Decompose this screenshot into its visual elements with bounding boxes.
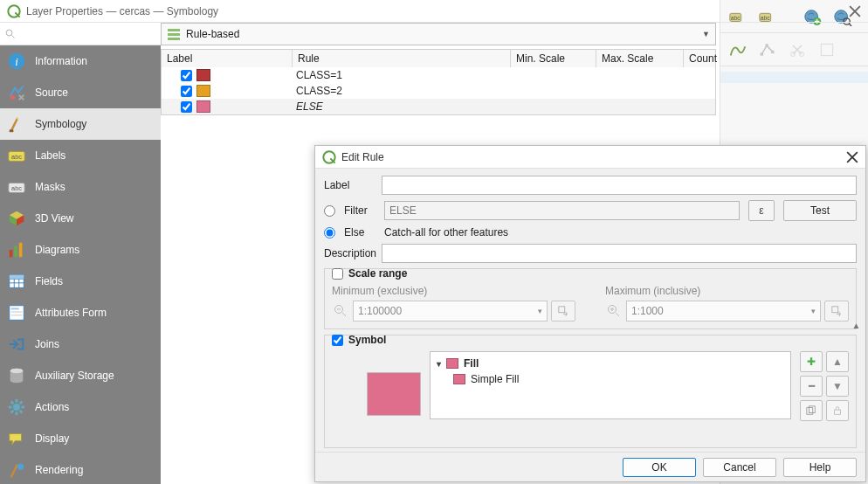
misc-tool-icon[interactable] [816,39,837,60]
scale-range-header: Scale range [348,267,407,280]
svg-rect-53 [168,38,180,40]
rule-visible-checkbox[interactable] [181,101,192,113]
min-scale-action-button[interactable] [551,301,575,322]
table-row[interactable]: CLASS=2 [162,83,715,99]
diagrams-icon [7,240,26,259]
close-icon[interactable] [849,5,861,17]
cut-icon[interactable] [787,39,808,60]
sidebar-item-actions[interactable]: Actions [0,391,161,423]
scale-range-group: Scale range Minimum (exclusive) 1:100000… [324,268,857,329]
svg-line-49 [20,402,23,404]
symbol-tree[interactable]: ▾ Fill Simple Fill [430,351,791,419]
description-field[interactable] [382,244,857,263]
svg-rect-64 [807,408,813,415]
col-minscale[interactable]: Min. Scale [511,50,596,67]
sidebar-item-diagrams[interactable]: Diagrams [0,234,161,266]
table-row[interactable]: CLASS=1 [162,67,715,83]
help-button[interactable]: Help [783,458,857,477]
scale-range-checkbox[interactable] [332,268,343,280]
max-scale-dropdown[interactable]: 1:1000▾ [626,301,821,322]
cancel-button[interactable]: Cancel [703,458,776,477]
ok-button[interactable]: OK [623,458,696,477]
svg-rect-21 [10,129,14,132]
renderer-mode-dropdown[interactable]: Rule-based ▼ [161,23,716,45]
svg-rect-9 [761,52,763,55]
sidebar-search[interactable] [0,23,161,45]
max-scale-action-button[interactable] [824,301,849,322]
window-title: Layer Properties — cercas — Symbology [26,5,844,17]
freehand-icon[interactable] [727,39,748,60]
gear-icon [7,398,26,417]
symbol-group: Symbol ▾ Fill Simple Fill ✚ ▲ ━ ▼ [324,335,857,448]
sidebar-item-label: Source [35,86,68,99]
move-down-button[interactable]: ▼ [826,376,849,397]
masks-icon: abc [7,177,26,197]
label-field[interactable] [382,176,857,195]
close-icon[interactable] [846,151,858,163]
rules-table[interactable]: Label Rule Min. Scale Max. Scale Count C… [161,49,716,115]
svg-text:i: i [15,56,18,68]
move-up-button[interactable]: ▲ [826,351,849,372]
rule-swatch [196,85,210,97]
sidebar-search-input[interactable] [19,27,155,41]
zoom-in-icon [605,302,623,320]
svg-line-47 [20,411,23,413]
sidebar-item-symbology[interactable]: Symbology [0,108,161,140]
svg-rect-37 [11,311,23,313]
svg-rect-51 [168,29,180,31]
svg-point-41 [12,403,20,411]
edit-rule-dialog: ▲ Edit Rule Label Filter ε Test Else Cat… [314,145,866,482]
filter-radio[interactable] [324,205,335,217]
sidebar-item-masks[interactable]: abc Masks [0,171,161,203]
svg-line-17 [12,35,15,38]
symbology-icon [7,114,26,134]
test-button[interactable]: Test [783,200,857,221]
table-row[interactable]: ELSE [162,99,715,114]
sidebar-item-labels[interactable]: abc Labels [0,140,161,171]
duplicate-symbol-button[interactable] [800,400,823,421]
min-scale-dropdown[interactable]: 1:100000▾ [353,301,548,322]
add-symbol-button[interactable]: ✚ [800,351,823,372]
svg-rect-63 [832,307,838,313]
else-radio[interactable] [324,227,335,239]
sidebar-item-display[interactable]: Display [0,423,161,454]
node-tool-icon[interactable] [757,39,778,60]
svg-point-40 [10,369,24,374]
col-maxscale[interactable]: Max. Scale [596,50,684,67]
col-count[interactable]: Count [684,50,722,67]
rule-expression: CLASS=2 [296,85,342,97]
form-icon [7,303,26,322]
svg-rect-52 [168,33,180,36]
sidebar-item-fields[interactable]: Fields [0,266,161,297]
expression-builder-button[interactable]: ε [748,200,775,221]
symbol-checkbox[interactable] [332,335,343,346]
dialog-titlebar: Edit Rule [315,146,865,169]
svg-rect-58 [559,307,565,313]
lock-symbol-button[interactable] [826,400,849,421]
sidebar-item-label: Masks [35,181,65,193]
symbol-header: Symbol [348,334,386,346]
sidebar-item-rendering[interactable]: Rendering [0,454,161,484]
rule-visible-checkbox[interactable] [181,70,192,81]
sidebar-item-3dview[interactable]: 3D View [0,203,161,234]
scroll-up-icon[interactable]: ▲ [849,319,864,331]
rule-expression: ELSE [296,100,323,113]
svg-rect-65 [809,406,815,413]
tree-row[interactable]: ▾ Fill [434,356,787,371]
sidebar-item-attributes-form[interactable]: Attributes Form [0,297,161,328]
svg-line-48 [11,411,14,413]
else-hint: Catch-all for other features [384,226,508,239]
tree-row[interactable]: Simple Fill [434,371,787,387]
sidebar-item-information[interactable]: i Information [0,45,161,77]
rule-visible-checkbox[interactable] [181,86,192,97]
svg-rect-28 [19,243,23,258]
dialog-title: Edit Rule [341,151,841,163]
tree-expand-icon[interactable]: ▾ [434,359,443,369]
sidebar-item-joins[interactable]: Joins [0,328,161,360]
svg-rect-36 [11,308,19,310]
remove-symbol-button[interactable]: ━ [800,376,823,397]
sidebar-item-source[interactable]: Source [0,77,161,108]
col-rule[interactable]: Rule [293,50,511,67]
col-label[interactable]: Label [162,50,293,67]
sidebar-item-auxiliary-storage[interactable]: Auxiliary Storage [0,360,161,391]
